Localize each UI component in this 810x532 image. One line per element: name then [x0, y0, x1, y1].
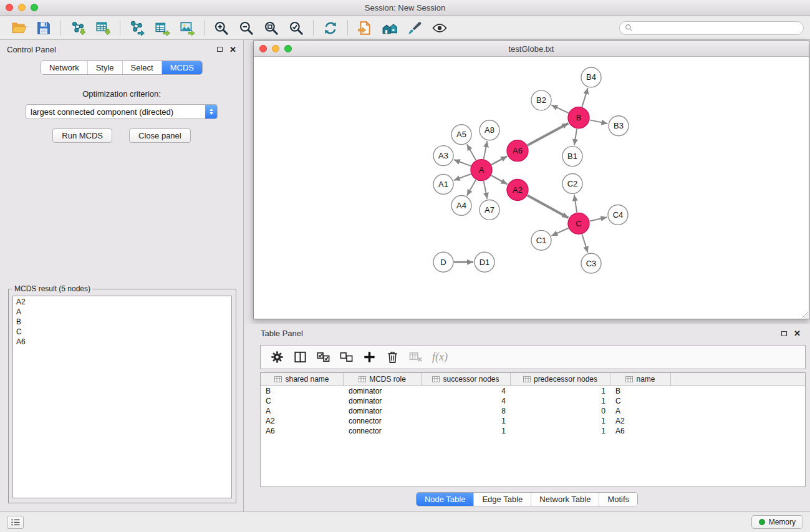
edge-B-B4[interactable] [582, 88, 587, 107]
mcds-result-item[interactable]: A [16, 307, 228, 317]
node-C4[interactable]: C4 [608, 205, 628, 225]
search-input[interactable] [636, 23, 798, 33]
new-network-from-selection-button[interactable] [125, 18, 150, 37]
mcds-result-item[interactable]: A2 [16, 297, 228, 307]
table-row[interactable]: A6connector11A6 [261, 426, 805, 436]
node-C2[interactable]: C2 [562, 174, 582, 194]
memory-button[interactable]: Memory [751, 515, 803, 529]
save-session-button[interactable] [31, 18, 56, 37]
tab-select[interactable]: Select [122, 61, 162, 74]
node-D1[interactable]: D1 [475, 252, 494, 272]
network-close-button[interactable] [259, 45, 267, 52]
mcds-result-item[interactable]: C [16, 327, 228, 337]
table-row[interactable]: A2connector11A2 [261, 416, 805, 426]
edge-B-B1[interactable] [574, 129, 577, 145]
resize-grip[interactable] [800, 310, 809, 319]
edge-A-A6[interactable] [491, 157, 507, 165]
tab-network[interactable]: Network [41, 61, 87, 74]
node-A5[interactable]: A5 [451, 125, 471, 145]
table-tab-motifs[interactable]: Motifs [599, 493, 637, 506]
export-table-button[interactable] [150, 18, 175, 37]
node-A4[interactable]: A4 [451, 195, 471, 215]
node-B[interactable]: B [568, 107, 589, 128]
open-file-button[interactable] [6, 18, 31, 37]
mcds-result-list[interactable]: A2ABCA6 [12, 296, 232, 498]
edge-A-A2[interactable] [491, 175, 508, 184]
criterion-select[interactable]: largest connected component (directed) [26, 104, 218, 119]
zoom-window-button[interactable] [31, 4, 38, 11]
node-A6[interactable]: A6 [507, 140, 528, 162]
node-B1[interactable]: B1 [562, 147, 582, 167]
select-all-button[interactable] [312, 347, 335, 367]
node-C1[interactable]: C1 [531, 230, 551, 250]
column-header-mcds-role[interactable]: MCDS role [344, 373, 422, 385]
column-header-shared-name[interactable]: shared name [261, 373, 344, 385]
column-header-name[interactable]: name [610, 373, 671, 385]
edge-C-C2[interactable] [574, 195, 577, 212]
edge-A6-B[interactable] [528, 123, 569, 145]
zoom-in-button[interactable] [209, 18, 234, 37]
edge-C-C4[interactable] [590, 217, 607, 221]
table-tab-network-table[interactable]: Network Table [531, 493, 599, 506]
delete-column-button[interactable] [381, 347, 404, 367]
edge-A-A7[interactable] [484, 181, 488, 199]
import-network-button[interactable] [65, 18, 90, 37]
close-panel-button[interactable]: ✕ [229, 46, 236, 54]
edge-A-A4[interactable] [467, 180, 476, 196]
edge-B-B2[interactable] [551, 105, 568, 113]
table-row[interactable]: Adominator80A [261, 406, 805, 416]
table-tab-edge-table[interactable]: Edge Table [473, 493, 531, 506]
node-A2[interactable]: A2 [507, 180, 528, 201]
node-B4[interactable]: B4 [581, 67, 601, 87]
apply-layout-button[interactable] [318, 18, 343, 37]
network-canvas[interactable]: B4B2BB3B1A5A8A6A3AA1A2C2A4A7C4CC1C3DD1 [254, 57, 809, 319]
show-details-button[interactable] [427, 18, 452, 37]
zoom-fit-button[interactable] [259, 18, 284, 37]
network-minimize-button[interactable] [272, 45, 279, 52]
node-B3[interactable]: B3 [609, 116, 629, 136]
edge-A-A3[interactable] [454, 160, 471, 166]
table-row[interactable]: Bdominator41B [261, 386, 805, 396]
mcds-result-item[interactable]: A6 [16, 337, 228, 347]
node-A[interactable]: A [471, 160, 492, 181]
welcome-screen-button[interactable] [377, 18, 402, 37]
node-A1[interactable]: A1 [433, 175, 453, 195]
column-header-predecessor-nodes[interactable]: predecessor nodes [511, 373, 610, 385]
table-tab-node-table[interactable]: Node Table [417, 493, 474, 506]
tab-mcds[interactable]: MCDS [162, 61, 202, 74]
import-file-button[interactable] [352, 18, 377, 37]
close-table-panel-button[interactable]: ✕ [794, 329, 801, 337]
close-window-button[interactable] [6, 4, 13, 11]
export-image-button[interactable] [175, 18, 200, 37]
node-C3[interactable]: C3 [581, 253, 601, 273]
network-graph[interactable]: B4B2BB3B1A5A8A6A3AA1A2C2A4A7C4CC1C3DD1 [254, 57, 809, 319]
edge-A-A8[interactable] [484, 141, 488, 159]
tab-style[interactable]: Style [87, 61, 122, 74]
float-table-panel-button[interactable] [781, 331, 787, 336]
edge-B-B3[interactable] [590, 120, 608, 123]
close-panel-button-2[interactable]: Close panel [129, 128, 191, 143]
column-header-successor-nodes[interactable]: successor nodes [422, 373, 511, 385]
table-row[interactable]: Cdominator41C [261, 396, 805, 406]
network-zoom-button[interactable] [284, 45, 292, 52]
float-panel-button[interactable] [217, 47, 223, 52]
edge-C-C3[interactable] [582, 235, 587, 253]
node-D[interactable]: D [433, 252, 453, 272]
zoom-selected-button[interactable] [284, 18, 309, 37]
panel-toggle-button[interactable] [7, 516, 24, 529]
import-table-button[interactable] [90, 18, 115, 37]
mcds-result-item[interactable]: B [16, 317, 228, 327]
show-columns-button[interactable] [289, 347, 312, 367]
edge-C-C1[interactable] [551, 228, 568, 236]
style-brush-button[interactable] [402, 18, 427, 37]
run-mcds-button[interactable]: Run MCDS [52, 128, 112, 143]
node-A7[interactable]: A7 [480, 200, 499, 220]
zoom-out-button[interactable] [234, 18, 259, 37]
table-settings-button[interactable] [266, 347, 289, 367]
edge-A-A1[interactable] [454, 174, 471, 180]
edge-A-A5[interactable] [467, 144, 476, 160]
search-field[interactable] [619, 21, 804, 35]
add-column-button[interactable] [358, 347, 381, 367]
deselect-all-button[interactable] [335, 347, 358, 367]
minimize-window-button[interactable] [18, 4, 26, 11]
